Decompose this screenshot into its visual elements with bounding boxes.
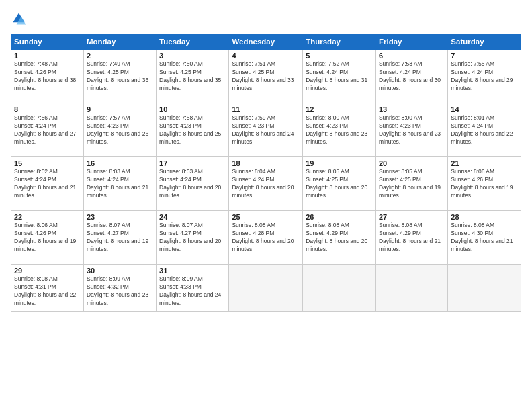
header (11, 11, 521, 27)
day-info: Sunrise: 8:08 AMSunset: 4:28 PMDaylight:… (232, 222, 300, 254)
day-info: Sunrise: 8:09 AMSunset: 4:33 PMDaylight:… (159, 275, 226, 308)
calendar-cell: 25Sunrise: 8:08 AMSunset: 4:28 PMDayligh… (229, 211, 303, 265)
day-info: Sunrise: 8:08 AMSunset: 4:29 PMDaylight:… (306, 222, 373, 254)
day-number: 4 (232, 52, 300, 60)
day-number: 20 (379, 159, 445, 167)
day-number: 7 (451, 52, 518, 60)
day-info: Sunrise: 7:50 AMSunset: 4:25 PMDaylight:… (159, 60, 226, 93)
day-number: 28 (451, 213, 518, 221)
day-info: Sunrise: 8:06 AMSunset: 4:26 PMDaylight:… (14, 222, 81, 254)
day-info: Sunrise: 8:08 AMSunset: 4:30 PMDaylight:… (451, 222, 518, 254)
day-number: 18 (232, 159, 300, 167)
day-info: Sunrise: 7:57 AMSunset: 4:23 PMDaylight:… (87, 114, 153, 146)
day-info: Sunrise: 7:59 AMSunset: 4:23 PMDaylight:… (232, 114, 300, 146)
calendar: SundayMondayTuesdayWednesdayThursdayFrid… (11, 34, 521, 312)
day-info: Sunrise: 7:55 AMSunset: 4:24 PMDaylight:… (451, 60, 518, 93)
calendar-cell: 5Sunrise: 7:52 AMSunset: 4:24 PMDaylight… (303, 50, 376, 103)
day-number: 2 (87, 52, 153, 60)
calendar-cell: 27Sunrise: 8:08 AMSunset: 4:29 PMDayligh… (375, 211, 447, 265)
day-number: 23 (87, 213, 153, 221)
calendar-cell: 28Sunrise: 8:08 AMSunset: 4:30 PMDayligh… (448, 211, 521, 265)
calendar-week-2: 8Sunrise: 7:56 AMSunset: 4:24 PMDaylight… (11, 103, 521, 157)
day-info: Sunrise: 7:58 AMSunset: 4:23 PMDaylight:… (159, 114, 226, 146)
page: SundayMondayTuesdayWednesdayThursdayFrid… (0, 0, 532, 411)
calendar-cell: 13Sunrise: 8:00 AMSunset: 4:23 PMDayligh… (375, 103, 447, 157)
calendar-cell: 2Sunrise: 7:49 AMSunset: 4:25 PMDaylight… (83, 50, 156, 103)
day-info: Sunrise: 8:08 AMSunset: 4:31 PMDaylight:… (14, 275, 81, 308)
day-info: Sunrise: 8:05 AMSunset: 4:25 PMDaylight:… (379, 168, 445, 200)
calendar-cell (375, 265, 447, 312)
day-header-thursday: Thursday (303, 34, 376, 50)
calendar-week-1: 1Sunrise: 7:48 AMSunset: 4:26 PMDaylight… (11, 50, 521, 103)
calendar-cell: 29Sunrise: 8:08 AMSunset: 4:31 PMDayligh… (11, 265, 84, 312)
day-number: 29 (14, 267, 81, 275)
day-number: 3 (159, 52, 226, 60)
day-number: 27 (379, 213, 445, 221)
calendar-cell: 6Sunrise: 7:53 AMSunset: 4:24 PMDaylight… (375, 50, 447, 103)
calendar-cell: 1Sunrise: 7:48 AMSunset: 4:26 PMDaylight… (11, 50, 84, 103)
day-info: Sunrise: 8:05 AMSunset: 4:25 PMDaylight:… (306, 168, 373, 200)
calendar-week-4: 22Sunrise: 8:06 AMSunset: 4:26 PMDayligh… (11, 211, 521, 265)
calendar-header-row: SundayMondayTuesdayWednesdayThursdayFrid… (11, 34, 521, 50)
day-header-sunday: Sunday (11, 34, 84, 50)
day-info: Sunrise: 7:52 AMSunset: 4:24 PMDaylight:… (306, 60, 373, 93)
day-info: Sunrise: 8:07 AMSunset: 4:27 PMDaylight:… (87, 222, 153, 254)
day-number: 11 (232, 105, 300, 113)
day-number: 22 (14, 213, 81, 221)
calendar-cell: 12Sunrise: 8:00 AMSunset: 4:23 PMDayligh… (303, 103, 376, 157)
calendar-cell: 15Sunrise: 8:02 AMSunset: 4:24 PMDayligh… (11, 157, 84, 211)
day-info: Sunrise: 7:49 AMSunset: 4:25 PMDaylight:… (87, 60, 153, 93)
day-header-monday: Monday (83, 34, 156, 50)
day-number: 21 (451, 159, 518, 167)
day-info: Sunrise: 7:53 AMSunset: 4:24 PMDaylight:… (379, 60, 445, 93)
day-number: 10 (159, 105, 226, 113)
calendar-cell: 21Sunrise: 8:06 AMSunset: 4:26 PMDayligh… (448, 157, 521, 211)
calendar-cell: 10Sunrise: 7:58 AMSunset: 4:23 PMDayligh… (157, 103, 229, 157)
day-number: 9 (87, 105, 153, 113)
day-number: 30 (87, 267, 153, 275)
calendar-cell: 16Sunrise: 8:03 AMSunset: 4:24 PMDayligh… (83, 157, 156, 211)
calendar-cell (303, 265, 376, 312)
calendar-cell: 20Sunrise: 8:05 AMSunset: 4:25 PMDayligh… (375, 157, 447, 211)
day-number: 12 (306, 105, 373, 113)
calendar-cell: 30Sunrise: 8:09 AMSunset: 4:32 PMDayligh… (83, 265, 156, 312)
day-info: Sunrise: 7:51 AMSunset: 4:25 PMDaylight:… (232, 60, 300, 93)
day-header-saturday: Saturday (448, 34, 521, 50)
logo-icon (11, 11, 27, 27)
calendar-cell: 7Sunrise: 7:55 AMSunset: 4:24 PMDaylight… (448, 50, 521, 103)
calendar-cell (448, 265, 521, 312)
day-number: 6 (379, 52, 445, 60)
day-number: 24 (159, 213, 226, 221)
day-info: Sunrise: 8:02 AMSunset: 4:24 PMDaylight:… (14, 168, 81, 200)
day-number: 5 (306, 52, 373, 60)
day-number: 15 (14, 159, 81, 167)
day-header-wednesday: Wednesday (229, 34, 303, 50)
day-number: 19 (306, 159, 373, 167)
day-number: 17 (159, 159, 226, 167)
calendar-week-5: 29Sunrise: 8:08 AMSunset: 4:31 PMDayligh… (11, 265, 521, 312)
calendar-cell: 4Sunrise: 7:51 AMSunset: 4:25 PMDaylight… (229, 50, 303, 103)
day-info: Sunrise: 8:00 AMSunset: 4:23 PMDaylight:… (379, 114, 445, 146)
day-number: 14 (451, 105, 518, 113)
calendar-cell: 18Sunrise: 8:04 AMSunset: 4:24 PMDayligh… (229, 157, 303, 211)
calendar-cell: 22Sunrise: 8:06 AMSunset: 4:26 PMDayligh… (11, 211, 84, 265)
calendar-cell: 17Sunrise: 8:03 AMSunset: 4:24 PMDayligh… (157, 157, 229, 211)
day-number: 1 (14, 52, 81, 60)
calendar-cell: 8Sunrise: 7:56 AMSunset: 4:24 PMDaylight… (11, 103, 84, 157)
day-number: 16 (87, 159, 153, 167)
day-number: 26 (306, 213, 373, 221)
calendar-cell: 24Sunrise: 8:07 AMSunset: 4:27 PMDayligh… (157, 211, 229, 265)
calendar-cell: 31Sunrise: 8:09 AMSunset: 4:33 PMDayligh… (157, 265, 229, 312)
calendar-cell: 3Sunrise: 7:50 AMSunset: 4:25 PMDaylight… (157, 50, 229, 103)
calendar-cell: 23Sunrise: 8:07 AMSunset: 4:27 PMDayligh… (83, 211, 156, 265)
day-info: Sunrise: 8:03 AMSunset: 4:24 PMDaylight:… (87, 168, 153, 200)
day-number: 8 (14, 105, 81, 113)
day-info: Sunrise: 7:56 AMSunset: 4:24 PMDaylight:… (14, 114, 81, 146)
day-header-friday: Friday (375, 34, 447, 50)
day-info: Sunrise: 8:01 AMSunset: 4:24 PMDaylight:… (451, 114, 518, 146)
day-info: Sunrise: 8:09 AMSunset: 4:32 PMDaylight:… (87, 275, 153, 308)
calendar-cell (229, 265, 303, 312)
day-info: Sunrise: 8:00 AMSunset: 4:23 PMDaylight:… (306, 114, 373, 146)
day-header-tuesday: Tuesday (157, 34, 229, 50)
calendar-cell: 19Sunrise: 8:05 AMSunset: 4:25 PMDayligh… (303, 157, 376, 211)
